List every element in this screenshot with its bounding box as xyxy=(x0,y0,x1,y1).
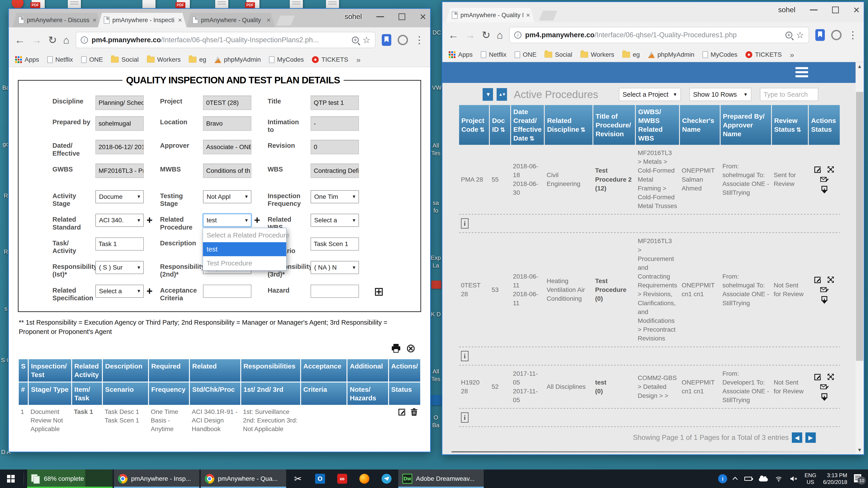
taskbar-snipping-tool-button[interactable]: ✂ xyxy=(287,469,308,488)
dropdown-option-selected[interactable]: test xyxy=(203,242,286,256)
desktop-icon-label[interactable]: K D xyxy=(430,311,442,318)
column-header[interactable]: Required xyxy=(149,359,189,382)
sort-section-button[interactable]: ▲▼ xyxy=(497,88,507,101)
column-subheader[interactable]: Notes/ Hazards xyxy=(347,383,388,405)
desktop-icon-label[interactable]: sa fo xyxy=(430,199,442,215)
related-specification-select[interactable]: Select a▼ xyxy=(95,285,144,298)
sort-icon[interactable]: ⇅ xyxy=(500,126,505,133)
clock[interactable]: 3:13 PM6/20/2018 xyxy=(823,472,847,486)
bookmark-eg[interactable]: eg xyxy=(189,56,206,63)
scroll-up-icon[interactable]: ▲ xyxy=(856,64,864,69)
profile-name[interactable]: sohel xyxy=(778,6,796,14)
address-bar[interactable]: i pm4.pmanywhere.co/Interface/06-qhse/1-… xyxy=(509,27,809,43)
sort-icon[interactable]: ⇅ xyxy=(529,135,534,142)
bookmarks-overflow-icon[interactable]: » xyxy=(790,51,794,59)
taskbar-chrome-inspection-button[interactable]: pmAnywhere - Insp... xyxy=(114,469,199,488)
back-icon[interactable]: ← xyxy=(448,29,459,41)
language-indicator[interactable]: ENGUS xyxy=(804,472,816,486)
maximize-button[interactable] xyxy=(832,6,839,13)
send-email-icon[interactable] xyxy=(820,286,829,293)
column-header[interactable]: Title of Procedure/ Revision xyxy=(593,105,635,145)
column-subheader[interactable]: 1st/ 2nd/ 3rd xyxy=(241,383,300,405)
desktop-icon-label[interactable]: Exp La xyxy=(430,254,442,269)
close-button[interactable]: × xyxy=(853,6,860,13)
site-info-icon[interactable]: i xyxy=(514,31,522,39)
responsibility-3rd-select[interactable]: ( NA ) N▼ xyxy=(311,261,359,274)
activity-stage-select[interactable]: Docume▼ xyxy=(95,190,144,203)
expand-collapse-icon[interactable] xyxy=(827,275,835,284)
column-subheader[interactable]: # xyxy=(19,383,28,405)
desktop-doc-icon[interactable] xyxy=(326,0,339,9)
column-subheader[interactable]: Criteria xyxy=(301,383,347,405)
desktop-app-icon[interactable] xyxy=(431,395,441,405)
delete-icon[interactable] xyxy=(410,408,418,416)
bookmark-tickets[interactable]: TICKETS xyxy=(745,51,782,58)
minimize-button[interactable] xyxy=(376,16,384,17)
taskbar-firefox-button[interactable] xyxy=(354,469,375,488)
related-wbs-select[interactable]: Select a▼ xyxy=(311,214,359,227)
column-header[interactable]: Date Creatd/ Effective Date⇅ xyxy=(511,105,544,145)
bookmark-apps[interactable]: Apps xyxy=(449,51,473,58)
info-icon[interactable]: i xyxy=(461,218,469,229)
new-tab-button[interactable] xyxy=(276,15,295,26)
expand-collapse-icon[interactable] xyxy=(827,373,835,381)
info-icon[interactable]: i xyxy=(461,412,469,423)
related-procedure-select[interactable]: test▼ xyxy=(203,214,251,227)
extension-icon[interactable] xyxy=(831,30,842,40)
desktop-pdf-icon[interactable] xyxy=(32,0,45,9)
download-icon[interactable] xyxy=(820,393,829,401)
task-activity-input[interactable]: Task 1 xyxy=(95,237,144,251)
bookmark-phpmyadmin[interactable]: phpMyAdmin xyxy=(648,51,694,58)
edit-icon[interactable] xyxy=(814,165,822,173)
column-header[interactable]: Related Discipline⇅ xyxy=(545,105,592,145)
desktop-icon-label[interactable]: O Ba xyxy=(430,414,442,429)
battery-icon[interactable] xyxy=(744,477,752,481)
column-header[interactable]: Responsibilities xyxy=(241,359,300,382)
maximize-button[interactable] xyxy=(399,13,405,20)
column-header[interactable]: Related xyxy=(190,359,240,382)
download-icon[interactable] xyxy=(820,185,829,193)
column-header[interactable]: Additional xyxy=(347,359,388,382)
minimize-button[interactable] xyxy=(810,9,817,10)
hazard-input[interactable] xyxy=(311,285,359,298)
column-header[interactable]: Actions/ xyxy=(389,359,420,382)
bookmark-workers[interactable]: Workers xyxy=(581,51,614,58)
desktop-doc-icon[interactable] xyxy=(68,0,81,9)
tab-close-icon[interactable]: × xyxy=(178,16,182,24)
tab-quality-procedures[interactable]: pmAnywhere - Quality M × xyxy=(446,8,535,22)
info-tray-icon[interactable]: i xyxy=(718,474,727,483)
profile-name[interactable]: sohel xyxy=(344,12,362,21)
edit-icon[interactable] xyxy=(398,408,407,416)
bookmark-netflix[interactable]: Netflix xyxy=(47,56,73,63)
forward-icon[interactable]: → xyxy=(465,29,475,41)
previous-page-button[interactable]: ◀ xyxy=(792,432,802,443)
project-filter-select[interactable]: Select a Project▼ xyxy=(619,88,681,101)
column-subheader[interactable]: Frequency xyxy=(149,383,189,405)
bookmark-star-icon[interactable]: ☆ xyxy=(796,30,804,40)
dropdown-option[interactable]: Select a Related Procedure xyxy=(203,228,286,242)
bookmark-workers[interactable]: Workers xyxy=(147,56,181,63)
column-header[interactable]: Review Status⇅ xyxy=(772,105,808,145)
acceptance-criteria-input[interactable] xyxy=(203,285,251,298)
cancel-icon[interactable]: ⊗ xyxy=(406,343,416,353)
sort-icon[interactable]: ⇅ xyxy=(796,126,801,133)
search-input[interactable] xyxy=(760,88,818,101)
column-subheader[interactable]: Status xyxy=(389,383,420,405)
bookmark-eg[interactable]: eg xyxy=(622,51,640,58)
send-email-icon[interactable] xyxy=(820,176,829,183)
desktop-icon-label[interactable]: DC xyxy=(431,29,442,37)
edit-icon[interactable] xyxy=(814,373,822,381)
column-header[interactable]: Actions Status xyxy=(809,105,840,145)
column-header[interactable]: Acceptance xyxy=(301,359,347,382)
site-info-icon[interactable]: i xyxy=(81,36,88,43)
column-subheader[interactable]: Item/ Task xyxy=(72,383,102,405)
volume-muted-icon[interactable] xyxy=(789,475,798,482)
column-header[interactable]: Description xyxy=(103,359,148,382)
vertical-scrollbar[interactable]: ▲ ▼ xyxy=(856,62,864,454)
column-header[interactable]: Prepared By/ Approver Name xyxy=(721,105,771,145)
next-page-button[interactable]: ▶ xyxy=(805,432,816,443)
bookmark-one[interactable]: ONE xyxy=(515,51,537,58)
close-button[interactable]: × xyxy=(420,13,426,20)
bookmark-extension-icon[interactable] xyxy=(815,29,825,41)
bookmark-apps[interactable]: Apps xyxy=(15,56,39,63)
